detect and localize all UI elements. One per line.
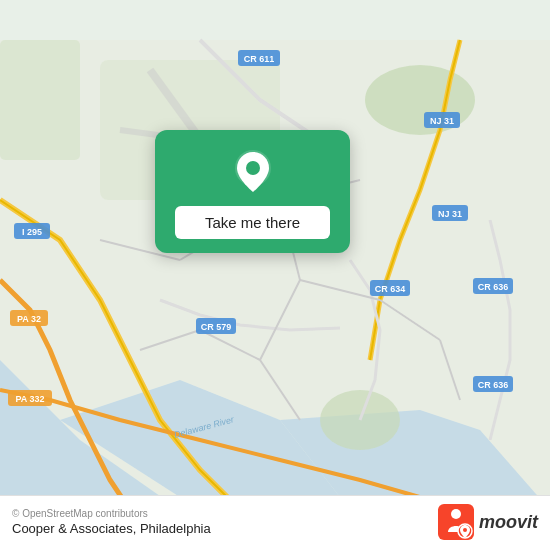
map-container: CR 611 NJ 31 NJ 31 CR 634 CR 636 CR 636 …: [0, 0, 550, 550]
svg-text:NJ 31: NJ 31: [430, 116, 454, 126]
location-name: Cooper & Associates, Philadelphia: [12, 521, 211, 536]
location-pin-icon: [229, 148, 277, 196]
moovit-icon: [438, 504, 474, 540]
svg-rect-6: [0, 40, 80, 160]
map-background: CR 611 NJ 31 NJ 31 CR 634 CR 636 CR 636 …: [0, 0, 550, 550]
bottom-bar: © OpenStreetMap contributors Cooper & As…: [0, 495, 550, 550]
popup-card: Take me there: [155, 130, 350, 253]
svg-text:CR 636: CR 636: [478, 282, 509, 292]
svg-text:CR 579: CR 579: [201, 322, 232, 332]
svg-text:PA 332: PA 332: [15, 394, 44, 404]
svg-text:NJ 31: NJ 31: [438, 209, 462, 219]
moovit-brand-text: moovit: [479, 512, 538, 533]
svg-text:I 295: I 295: [22, 227, 42, 237]
take-me-there-button[interactable]: Take me there: [175, 206, 330, 239]
moovit-logo[interactable]: moovit: [438, 504, 538, 540]
copyright-text: © OpenStreetMap contributors: [12, 508, 211, 519]
svg-point-44: [246, 161, 260, 175]
svg-text:CR 634: CR 634: [375, 284, 406, 294]
svg-text:PA 32: PA 32: [17, 314, 41, 324]
bottom-left-info: © OpenStreetMap contributors Cooper & As…: [12, 508, 211, 536]
svg-point-48: [463, 528, 467, 532]
svg-text:CR 611: CR 611: [244, 54, 275, 64]
svg-text:CR 636: CR 636: [478, 380, 509, 390]
svg-point-46: [451, 509, 461, 519]
